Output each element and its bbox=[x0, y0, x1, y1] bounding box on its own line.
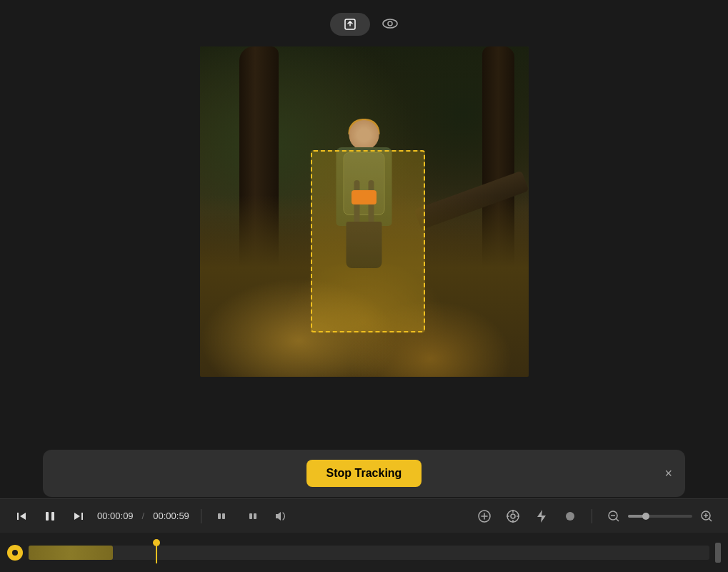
flash-icon bbox=[537, 509, 547, 523]
svg-point-13 bbox=[511, 514, 515, 518]
pause-button[interactable] bbox=[40, 506, 60, 526]
tracking-button[interactable] bbox=[503, 506, 523, 526]
svg-rect-9 bbox=[249, 513, 252, 519]
timeline-track[interactable] bbox=[29, 542, 709, 563]
tracking-control-panel: Stop Tracking × bbox=[43, 450, 685, 497]
svg-line-25 bbox=[709, 518, 712, 521]
zoom-out-button[interactable] bbox=[604, 506, 624, 526]
skip-end-icon bbox=[73, 511, 84, 522]
timeline-clip bbox=[29, 546, 113, 560]
skip-to-start-button[interactable] bbox=[11, 506, 31, 526]
svg-rect-6 bbox=[81, 513, 83, 520]
divider-1 bbox=[201, 509, 201, 523]
flash-button[interactable] bbox=[532, 506, 552, 526]
trim-start-icon bbox=[216, 511, 229, 522]
svg-rect-4 bbox=[46, 512, 49, 521]
video-preview bbox=[200, 46, 529, 377]
skip-start-icon bbox=[16, 511, 27, 522]
circle-button[interactable] bbox=[560, 506, 580, 526]
time-separator: / bbox=[142, 511, 145, 521]
add-button[interactable] bbox=[474, 506, 494, 526]
trim-end-icon bbox=[245, 511, 258, 522]
timeline-background bbox=[29, 546, 709, 560]
zoom-slider-thumb bbox=[642, 513, 649, 520]
timeline-playhead[interactable] bbox=[156, 542, 157, 563]
tracking-icon bbox=[506, 509, 520, 523]
divider-2 bbox=[592, 509, 592, 523]
export-icon bbox=[344, 19, 356, 30]
svg-rect-7 bbox=[218, 513, 221, 519]
pause-icon bbox=[45, 511, 55, 522]
svg-rect-10 bbox=[254, 513, 256, 519]
volume-button[interactable] bbox=[270, 506, 290, 526]
video-content bbox=[200, 46, 529, 377]
current-time: 00:00:09 bbox=[97, 511, 134, 521]
circle-icon bbox=[564, 511, 576, 522]
close-panel-button[interactable]: × bbox=[664, 467, 672, 480]
total-time: 00:00:59 bbox=[153, 511, 189, 521]
timeline-bar bbox=[0, 533, 728, 572]
zoom-controls bbox=[604, 506, 717, 526]
skip-to-end-button[interactable] bbox=[69, 506, 89, 526]
trim-start-button[interactable] bbox=[213, 506, 233, 526]
visibility-toggle-button[interactable] bbox=[382, 16, 399, 33]
export-button[interactable] bbox=[330, 13, 370, 36]
timeline-end-handle[interactable] bbox=[715, 543, 721, 563]
timeline-icon-inner bbox=[12, 550, 18, 556]
top-toolbar bbox=[0, 13, 728, 36]
trim-end-button[interactable] bbox=[241, 506, 261, 526]
transport-bar: 00:00:09 / 00:00:59 bbox=[0, 498, 728, 533]
timeline-clip-icon bbox=[7, 545, 23, 561]
eye-icon bbox=[382, 18, 399, 29]
tracking-box-overlay bbox=[311, 150, 425, 332]
svg-line-21 bbox=[616, 518, 619, 521]
svg-rect-8 bbox=[222, 513, 225, 519]
svg-point-1 bbox=[383, 19, 397, 28]
zoom-in-button[interactable] bbox=[697, 506, 717, 526]
svg-rect-3 bbox=[17, 513, 19, 520]
svg-point-18 bbox=[566, 512, 574, 521]
add-icon bbox=[478, 510, 491, 523]
volume-icon bbox=[274, 511, 286, 522]
zoom-slider[interactable] bbox=[628, 515, 692, 518]
svg-rect-5 bbox=[51, 512, 54, 521]
stop-tracking-button[interactable]: Stop Tracking bbox=[306, 460, 422, 487]
zoom-out-icon bbox=[607, 510, 620, 523]
zoom-in-icon bbox=[700, 510, 713, 523]
svg-point-2 bbox=[388, 21, 392, 26]
person-head bbox=[349, 120, 379, 150]
video-frame bbox=[200, 46, 529, 377]
